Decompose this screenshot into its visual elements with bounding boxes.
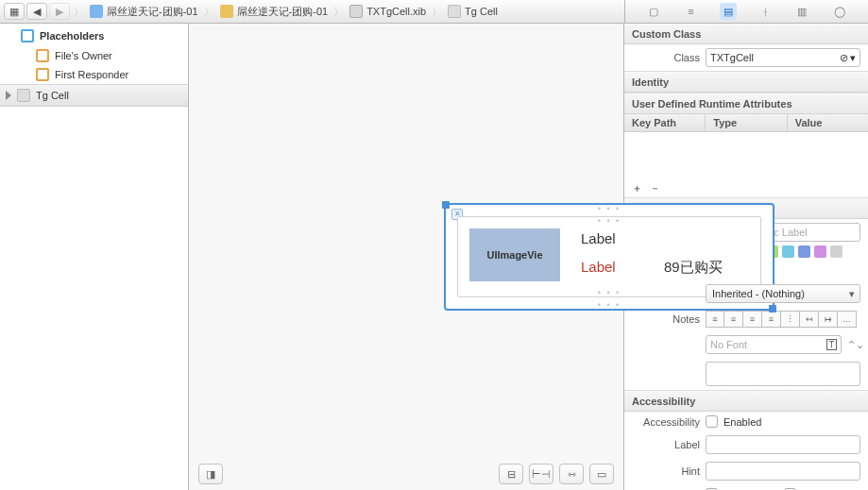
ib-canvas[interactable]: ✕ • • • • • • UIImageVie Label Label 89已… [189, 24, 624, 490]
placeholders-icon [21, 29, 34, 42]
crumb-object[interactable]: Tg Cell [446, 5, 500, 18]
drag-handle-inner-top[interactable]: • • • [598, 216, 621, 226]
count-label[interactable]: 89已购买 [664, 259, 723, 277]
chevron-down-icon[interactable]: ▾ [850, 52, 856, 64]
identity-inspector-tab[interactable]: ▤ [720, 3, 737, 20]
folder-icon [220, 5, 233, 18]
title-label[interactable]: Label [581, 230, 616, 246]
files-owner-icon [36, 49, 49, 62]
document-outline: Placeholders File's Owner First Responde… [0, 24, 189, 490]
add-attribute-button[interactable]: ＋ [632, 181, 642, 195]
lock-select[interactable]: Inherited - (Nothing) [706, 284, 860, 303]
acc-label: Accessibility [632, 416, 700, 428]
outline-section-placeholders[interactable]: Placeholders [0, 24, 188, 46]
indent-out-button[interactable]: ↤ [800, 311, 819, 328]
udra-col-value[interactable]: Value [788, 114, 868, 131]
size-inspector-tab[interactable]: ▥ [793, 3, 810, 20]
acc-hint-field[interactable] [706, 462, 860, 481]
pin-button[interactable]: ⊢⊣ [529, 464, 553, 484]
separator: 〉 [74, 5, 84, 19]
accessibility-header: Accessibility [624, 391, 868, 412]
acc-enabled-checkbox[interactable] [706, 415, 718, 428]
first-responder-label: First Responder [55, 69, 128, 80]
back-button[interactable]: ◀ [26, 3, 47, 20]
align-left-button[interactable]: ≡ [706, 311, 724, 328]
acc-label-label: Label [632, 439, 700, 450]
outline-first-responder[interactable]: First Responder [0, 65, 188, 84]
forward-button[interactable]: ▶ [49, 3, 70, 20]
udra-columns: Key Path Type Value [624, 114, 868, 132]
acc-hint-label: Hint [632, 465, 700, 477]
align-right-button[interactable]: ≡ [743, 311, 762, 328]
project-icon [90, 5, 103, 18]
cell-icon [17, 89, 30, 102]
crumb-file[interactable]: TXTgCell.xib [348, 5, 428, 18]
list-button[interactable]: ⋮ [781, 311, 800, 328]
quickhelp-inspector-tab[interactable]: ≡ [683, 3, 700, 20]
tg-cell-label: Tg Cell [36, 90, 69, 101]
udra-header: User Defined Runtime Attributes [624, 93, 868, 114]
swatch-4[interactable] [782, 245, 794, 258]
connections-inspector-tab[interactable]: ◯ [831, 3, 848, 20]
identity-header: Identity [624, 72, 868, 93]
attributes-inspector-tab[interactable]: ⟊ [757, 3, 774, 20]
xib-icon [349, 5, 363, 18]
swatch-5[interactable] [798, 245, 810, 258]
more-button[interactable]: … [838, 311, 857, 328]
remove-attribute-button[interactable]: － [650, 181, 660, 195]
font-picker-icon[interactable]: 🅃 [826, 339, 837, 350]
clear-icon[interactable]: ⊘ [840, 52, 848, 64]
inspector-tabbar: ▢ ≡ ▤ ⟊ ▥ ◯ [624, 0, 868, 23]
first-responder-icon [36, 68, 49, 81]
resizing-button[interactable]: ▭ [589, 464, 614, 484]
custom-class-header: Custom Class [624, 24, 868, 44]
crumb-project[interactable]: 屌丝逆天记-团购-01 [88, 5, 200, 19]
related-items-button[interactable]: ▦ [4, 3, 25, 20]
udra-table[interactable] [624, 132, 868, 179]
jump-bar: ▦ ◀ ▶ 〉 屌丝逆天记-团购-01 〉 屌丝逆天记-团购-01 〉 TXTg… [0, 0, 624, 23]
canvas-toolbar: ◨ ⊟ ⊢⊣ ⇿ ▭ [189, 458, 623, 490]
image-view[interactable]: UIImageVie [469, 228, 560, 281]
acc-label-field[interactable] [706, 435, 860, 454]
drag-handle-inner-bottom[interactable]: • • • [598, 288, 621, 297]
udra-col-key[interactable]: Key Path [624, 114, 706, 131]
price-label[interactable]: Label [581, 259, 616, 275]
class-label: Class [632, 52, 700, 63]
notes-text-field[interactable] [706, 362, 860, 386]
drag-handle-top[interactable]: • • • [598, 204, 621, 213]
align-center-button[interactable]: ≡ [724, 311, 743, 328]
crumb-folder[interactable]: 屌丝逆天记-团购-01 [218, 5, 331, 19]
files-owner-label: File's Owner [55, 50, 112, 61]
cell-icon [448, 5, 461, 18]
udra-col-type[interactable]: Type [706, 114, 787, 131]
disclosure-triangle-icon[interactable] [6, 91, 11, 100]
notes-format-bar: ≡ ≡ ≡ ≡ ⋮ ↤ ↦ … [706, 311, 857, 328]
file-inspector-tab[interactable]: ▢ [645, 3, 662, 20]
placeholders-label: Placeholders [40, 30, 104, 42]
class-combobox[interactable]: TXTgCell ⊘▾ [706, 48, 860, 67]
toggle-outline-button[interactable]: ◨ [198, 464, 223, 484]
swatch-7[interactable] [830, 245, 842, 258]
notes-font-field[interactable]: No Font 🅃 [706, 335, 842, 354]
font-stepper[interactable]: ⌃⌄ [847, 339, 860, 351]
indent-in-button[interactable]: ↦ [819, 311, 838, 328]
align-justify-button[interactable]: ≡ [762, 311, 781, 328]
drag-handle-bottom[interactable]: • • • [598, 300, 621, 310]
notes-label: Notes [632, 313, 700, 325]
swatch-6[interactable] [814, 245, 826, 258]
outline-tg-cell[interactable]: Tg Cell [0, 84, 188, 107]
acc-enabled-label: Enabled [723, 416, 761, 428]
align-button[interactable]: ⊟ [499, 464, 523, 484]
outline-files-owner[interactable]: File's Owner [0, 46, 188, 65]
resolve-issues-button[interactable]: ⇿ [559, 464, 584, 484]
